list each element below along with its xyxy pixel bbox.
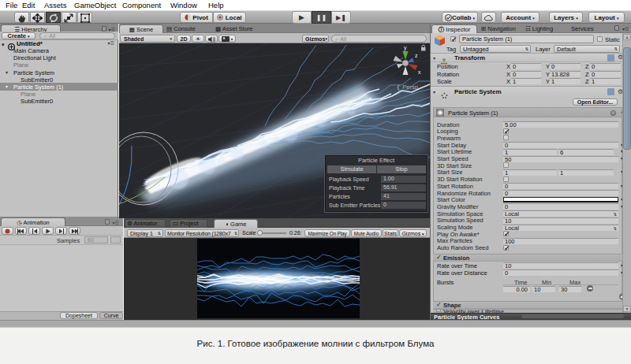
svg-text:❬ Persp: ❬ Persp [396,84,418,91]
svg-text:y: y [404,45,407,51]
svg-text:x: x [418,69,421,75]
svg-text:z: z [415,53,418,58]
